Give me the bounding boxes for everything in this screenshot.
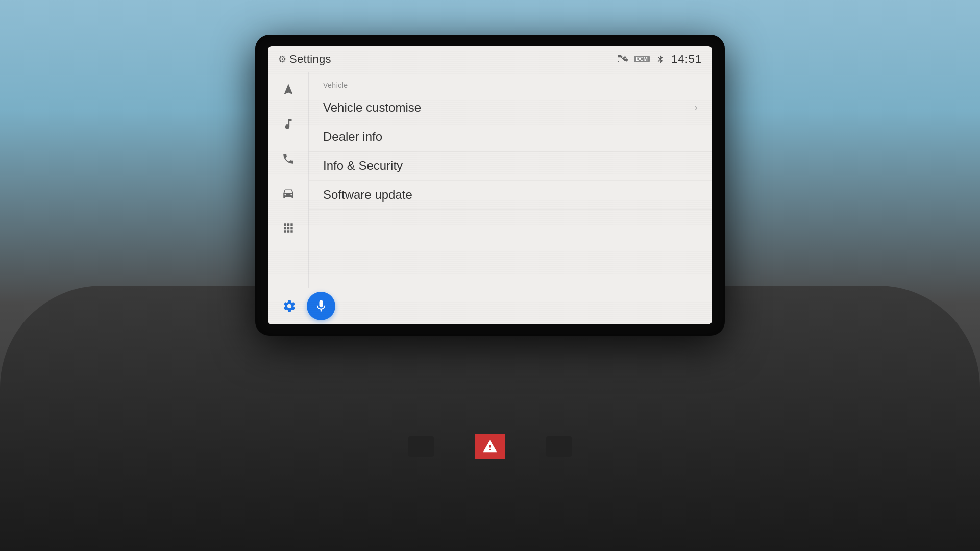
main-content: Vehicle Vehicle customise › Dealer info …	[268, 72, 712, 288]
page-title: Settings	[289, 53, 331, 66]
menu-item-software-update[interactable]: Software update	[309, 181, 712, 210]
dealer-info-label: Dealer info	[323, 130, 382, 144]
infotainment-screen: ⚙ Settings DCM 14:51	[268, 46, 712, 324]
menu-item-vehicle-customise[interactable]: Vehicle customise ›	[309, 93, 712, 122]
sidebar-item-music[interactable]	[276, 112, 301, 136]
chevron-right-icon: ›	[694, 102, 698, 113]
software-update-label: Software update	[323, 188, 412, 202]
settings-menu: Vehicle Vehicle customise › Dealer info …	[309, 72, 712, 288]
hazard-button[interactable]	[475, 434, 505, 459]
sidebar-item-apps[interactable]	[276, 216, 301, 240]
status-bar: ⚙ Settings DCM 14:51	[268, 46, 712, 72]
bluetooth-icon	[656, 54, 665, 65]
sidebar-item-car[interactable]	[276, 181, 301, 206]
menu-item-dealer-info[interactable]: Dealer info	[309, 122, 712, 152]
status-right: DCM 14:51	[617, 53, 702, 66]
status-left: ⚙ Settings	[278, 53, 331, 66]
vehicle-customise-label: Vehicle customise	[323, 101, 421, 115]
vent-left	[408, 436, 434, 457]
sidebar	[268, 72, 309, 288]
menu-item-info-security[interactable]: Info & Security	[309, 152, 712, 181]
gear-icon: ⚙	[278, 54, 286, 65]
sidebar-item-phone[interactable]	[276, 146, 301, 171]
section-label: Vehicle	[309, 77, 712, 93]
dcm-badge: DCM	[634, 56, 650, 62]
settings-active-icon[interactable]	[278, 295, 301, 317]
shuffle-icon	[617, 54, 628, 65]
bottom-bar	[268, 288, 712, 324]
vent-right	[546, 436, 572, 457]
voice-button[interactable]	[307, 292, 335, 320]
info-security-label: Info & Security	[323, 159, 403, 173]
screen-bezel: ⚙ Settings DCM 14:51	[255, 35, 725, 336]
status-time: 14:51	[671, 53, 702, 66]
center-console	[408, 434, 572, 459]
sidebar-item-navigation[interactable]	[276, 77, 301, 102]
